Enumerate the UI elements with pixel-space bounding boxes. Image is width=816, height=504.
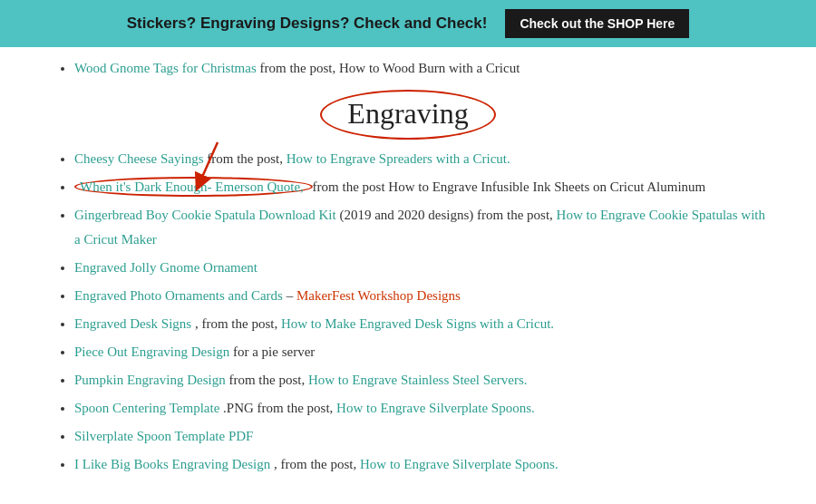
big-books-text: , from the post, [274,457,360,471]
engrave-silverplate-link2[interactable]: How to Engrave Silverplate Spoons. [360,457,559,471]
gingerbread-text: (2019 and 2020 designs) from the post, [339,208,556,222]
gingerbread-item: Gingerbread Boy Cookie Spatula Download … [74,203,771,252]
sewing-heading: Sewing [45,499,771,504]
big-books-item: I Like Big Books Engraving Design , from… [74,452,771,477]
engrave-spreaders-link[interactable]: How to Engrave Spreaders with a Cricut. [287,151,510,166]
spoon-centering-item: Spoon Centering Template .PNG from the p… [74,396,771,421]
header-slogan: Stickers? Engraving Designs? Check and C… [127,15,488,33]
svg-line-0 [199,142,218,183]
shop-cta-button[interactable]: Check out the SHOP Here [505,9,689,38]
jolly-gnome-link[interactable]: Engraved Jolly Gnome Ornament [74,260,257,275]
engrave-stainless-link[interactable]: How to Engrave Stainless Steel Servers. [308,373,528,387]
spoon-centering-text: .PNG from the post, [223,401,336,415]
photo-ornaments-dash: – [287,288,296,303]
engrave-desk-link[interactable]: How to Make Engraved Desk Signs with a C… [281,316,554,331]
makerfest-link[interactable]: MakerFest Workshop Designs [296,288,461,303]
piece-out-suffix: for a pie server [233,344,315,359]
wood-gnome-link[interactable]: Wood Gnome Tags for Christmas [74,61,257,75]
piece-out-link[interactable]: Piece Out Engraving Design [74,344,229,359]
desk-signs-text: , from the post, [195,316,281,331]
emerson-quote-item: When it's Dark Enough- Emerson Quote, fr… [74,175,771,199]
desk-signs-item: Engraved Desk Signs , from the post, How… [74,312,771,336]
list-item: Cheesy Cheese Sayings from the post, How… [74,147,771,171]
big-books-link[interactable]: I Like Big Books Engraving Design [74,457,270,471]
engraving-heading: Engraving [320,90,495,140]
header-bar: Stickers? Engraving Designs? Check and C… [0,0,816,47]
silverplate-item: Silverplate Spoon Template PDF [74,424,771,449]
list-item: Wood Gnome Tags for Christmas from the p… [74,56,771,81]
pumpkin-text: from the post, [228,373,308,387]
pumpkin-item: Pumpkin Engraving Design from the post, … [74,368,771,393]
photo-ornaments-link[interactable]: Engraved Photo Ornaments and Cards [74,288,283,303]
wood-gnome-suffix: from the post, How to Wood Burn with a C… [260,61,520,75]
pre-section-list: Wood Gnome Tags for Christmas from the p… [45,56,771,81]
red-arrow-annotation [190,138,299,192]
sewing-section-wrapper: Sewing [45,499,771,504]
emerson-quote-suffix: from the post How to Engrave Infusible I… [313,179,706,194]
engrave-silverplate-link1[interactable]: How to Engrave Silverplate Spoons. [336,401,535,415]
engraving-list: Cheesy Cheese Sayings from the post, How… [45,147,771,477]
spoon-centering-link[interactable]: Spoon Centering Template [74,401,219,415]
jolly-gnome-item: Engraved Jolly Gnome Ornament [74,256,771,280]
silverplate-link[interactable]: Silverplate Spoon Template PDF [74,429,253,443]
piece-out-item: Piece Out Engraving Design for a pie ser… [74,340,771,364]
main-content: Wood Gnome Tags for Christmas from the p… [18,47,798,504]
cheesy-cheese-link[interactable]: Cheesy Cheese Sayings [74,151,203,166]
photo-ornaments-item: Engraved Photo Ornaments and Cards – Mak… [74,284,771,308]
pumpkin-link[interactable]: Pumpkin Engraving Design [74,373,226,387]
gingerbread-link[interactable]: Gingerbread Boy Cookie Spatula Download … [74,208,336,222]
engraving-section-wrapper: Engraving [45,90,771,140]
desk-signs-link[interactable]: Engraved Desk Signs [74,316,191,331]
